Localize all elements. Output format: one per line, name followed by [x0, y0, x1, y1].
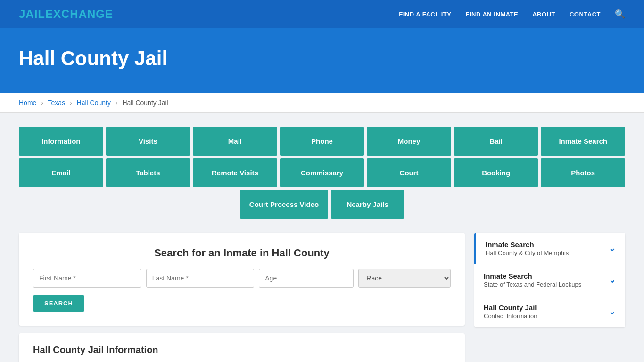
- first-name-input[interactable]: [33, 269, 141, 288]
- chevron-icon-1: ⌄: [609, 275, 616, 285]
- tiles-row-1: Information Visits Mail Phone Money Bail…: [19, 127, 625, 156]
- age-input[interactable]: [259, 269, 354, 288]
- sidebar: Inmate Search Hall County & City of Memp…: [474, 233, 625, 327]
- sidebar-card: Inmate Search Hall County & City of Memp…: [474, 233, 625, 327]
- breadcrumb-hall-county[interactable]: Hall County: [77, 99, 111, 107]
- nav-contact[interactable]: CONTACT: [570, 11, 601, 18]
- nav-about[interactable]: ABOUT: [532, 11, 555, 18]
- breadcrumb-sep-3: ›: [116, 99, 118, 107]
- site-logo[interactable]: JAILEXCHANGE: [19, 8, 113, 21]
- breadcrumb-texas[interactable]: Texas: [48, 99, 66, 107]
- jail-info-section: Hall County Jail Information: [19, 333, 465, 362]
- page-title: Hall County Jail: [19, 47, 625, 70]
- chevron-icon-0: ⌄: [609, 243, 616, 254]
- tile-mail[interactable]: Mail: [193, 127, 277, 156]
- sidebar-item-2[interactable]: Hall County Jail Contact Information ⌄: [474, 296, 625, 327]
- sidebar-item-subtitle-0: Hall County & City of Memphis: [486, 249, 569, 256]
- race-select[interactable]: Race White Black Hispanic Asian Native A…: [358, 269, 451, 288]
- main-content: Information Visits Mail Phone Money Bail…: [0, 113, 644, 362]
- site-header: JAILEXCHANGE FIND A FACILITY FIND AN INM…: [0, 0, 644, 28]
- nav-find-inmate[interactable]: FIND AN INMATE: [465, 11, 518, 18]
- breadcrumb: Home › Texas › Hall County › Hall County…: [0, 93, 644, 113]
- tile-email[interactable]: Email: [19, 158, 103, 187]
- header-search-button[interactable]: 🔍: [615, 9, 625, 19]
- tile-court[interactable]: Court: [367, 158, 451, 187]
- sidebar-item-text-0: Inmate Search Hall County & City of Memp…: [486, 240, 569, 256]
- tile-booking[interactable]: Booking: [454, 158, 538, 187]
- tile-bail[interactable]: Bail: [454, 127, 538, 156]
- search-fields: Race White Black Hispanic Asian Native A…: [33, 269, 451, 288]
- sidebar-item-text-2: Hall County Jail Contact Information: [484, 304, 537, 320]
- tile-visits[interactable]: Visits: [106, 127, 190, 156]
- tile-commissary[interactable]: Commissary: [280, 158, 364, 187]
- tiles-row-2: Email Tablets Remote Visits Commissary C…: [19, 158, 625, 187]
- tile-inmate-search[interactable]: Inmate Search: [541, 127, 625, 156]
- breadcrumb-sep-2: ›: [70, 99, 72, 107]
- tile-nearby-jails[interactable]: Nearby Jails: [331, 190, 404, 219]
- sidebar-item-title-1: Inmate Search: [484, 272, 581, 280]
- sidebar-item-0[interactable]: Inmate Search Hall County & City of Memp…: [474, 233, 625, 264]
- logo-jail: JAIL: [19, 8, 45, 20]
- search-button[interactable]: SEARCH: [33, 295, 84, 312]
- sidebar-item-subtitle-1: State of Texas and Federal Lockups: [484, 281, 581, 288]
- inmate-search-section: Search for an Inmate in Hall County Race…: [19, 233, 465, 326]
- tile-court-process-video[interactable]: Court Process Video: [240, 190, 328, 219]
- main-nav: FIND A FACILITY FIND AN INMATE ABOUT CON…: [399, 9, 625, 19]
- sidebar-item-title-0: Inmate Search: [486, 240, 569, 248]
- breadcrumb-current: Hall County Jail: [122, 99, 168, 107]
- tile-tablets[interactable]: Tablets: [106, 158, 190, 187]
- nav-find-facility[interactable]: FIND A FACILITY: [399, 11, 451, 18]
- tile-information[interactable]: Information: [19, 127, 103, 156]
- logo-exchange: EXCHANGE: [45, 8, 113, 20]
- breadcrumb-sep-1: ›: [41, 99, 43, 107]
- tile-money[interactable]: Money: [367, 127, 451, 156]
- tile-photos[interactable]: Photos: [541, 158, 625, 187]
- breadcrumb-home[interactable]: Home: [19, 99, 36, 107]
- last-name-input[interactable]: [146, 269, 255, 288]
- search-title: Search for an Inmate in Hall County: [33, 247, 451, 259]
- content-area: Search for an Inmate in Hall County Race…: [19, 233, 625, 362]
- left-column: Search for an Inmate in Hall County Race…: [19, 233, 465, 362]
- tile-phone[interactable]: Phone: [280, 127, 364, 156]
- sidebar-item-1[interactable]: Inmate Search State of Texas and Federal…: [474, 264, 625, 296]
- sidebar-item-text-1: Inmate Search State of Texas and Federal…: [484, 272, 581, 288]
- tile-remote-visits[interactable]: Remote Visits: [193, 158, 277, 187]
- sidebar-item-subtitle-2: Contact Information: [484, 313, 537, 320]
- sidebar-item-title-2: Hall County Jail: [484, 304, 537, 312]
- chevron-icon-2: ⌄: [609, 306, 616, 317]
- info-title: Hall County Jail Information: [33, 345, 451, 355]
- hero-section: Hall County Jail: [0, 28, 644, 93]
- tiles-row-3: Court Process Video Nearby Jails: [19, 190, 625, 219]
